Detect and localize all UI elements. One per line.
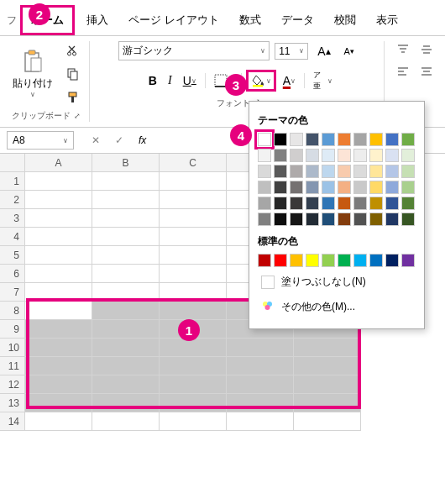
cell-A2[interactable]: [25, 191, 92, 209]
align-left-button[interactable]: [393, 63, 413, 80]
row-header-13[interactable]: 13: [0, 394, 25, 412]
cell-B4[interactable]: [92, 228, 160, 246]
cell-C4[interactable]: [160, 228, 227, 246]
swatch-shade-3-1[interactable]: [306, 165, 319, 178]
cell-C7[interactable]: [160, 283, 227, 302]
swatch-theme-4[interactable]: [322, 133, 335, 146]
swatch-standard-9[interactable]: [401, 254, 415, 267]
row-header-6[interactable]: 6: [0, 265, 25, 283]
decrease-font-button[interactable]: A▾: [340, 44, 359, 59]
cell-A8[interactable]: [25, 302, 92, 320]
swatch-theme-7[interactable]: [369, 133, 383, 146]
swatch-theme-6[interactable]: [353, 133, 367, 146]
swatch-shade-5-1[interactable]: [338, 165, 351, 178]
copy-button[interactable]: [62, 65, 84, 83]
swatch-shade-4-3[interactable]: [322, 197, 335, 210]
swatch-shade-8-0[interactable]: [385, 149, 399, 162]
enter-formula-icon[interactable]: ✓: [111, 132, 128, 149]
swatch-shade-5-4[interactable]: [338, 213, 351, 226]
swatch-shade-2-1[interactable]: [290, 165, 303, 178]
font-name-select[interactable]: 游ゴシック∨: [118, 41, 270, 60]
cancel-formula-icon[interactable]: ✕: [87, 132, 104, 149]
swatch-theme-8[interactable]: [385, 133, 399, 146]
tab-formulas[interactable]: 数式: [231, 8, 270, 33]
clipboard-launcher-icon[interactable]: ⤢: [74, 112, 81, 120]
increase-font-button[interactable]: A▴: [313, 42, 334, 60]
underline-button[interactable]: U ∨: [179, 71, 201, 90]
row-header-4[interactable]: 4: [0, 228, 25, 246]
row-header-2[interactable]: 2: [0, 191, 25, 209]
swatch-shade-3-2[interactable]: [306, 181, 319, 194]
more-colors-item[interactable]: その他の色(M)...: [258, 294, 416, 320]
cell-D12[interactable]: [227, 375, 294, 394]
cell-C6[interactable]: [160, 265, 227, 283]
tab-insert[interactable]: 挿入: [78, 8, 117, 33]
format-painter-button[interactable]: [62, 88, 84, 107]
swatch-shade-9-1[interactable]: [401, 165, 415, 178]
swatch-shade-5-0[interactable]: [338, 149, 351, 162]
swatch-shade-2-4[interactable]: [290, 213, 303, 226]
swatch-shade-6-4[interactable]: [353, 213, 367, 226]
tab-pagelayout[interactable]: ページ レイアウト: [120, 8, 228, 33]
cell-B1[interactable]: [92, 172, 160, 191]
swatch-standard-1[interactable]: [274, 254, 287, 267]
row-header-9[interactable]: 9: [0, 320, 25, 339]
swatch-shade-0-3[interactable]: [258, 197, 271, 210]
no-fill-item[interactable]: 塗りつぶしなし(N): [258, 270, 416, 294]
cell-D10[interactable]: [227, 339, 294, 357]
font-size-select[interactable]: 11∨: [275, 43, 308, 60]
cell-B12[interactable]: [92, 375, 160, 394]
tab-view[interactable]: 表示: [368, 8, 406, 33]
cell-D14[interactable]: [227, 412, 294, 431]
cell-B11[interactable]: [92, 357, 160, 375]
swatch-standard-4[interactable]: [322, 254, 335, 267]
swatch-shade-3-3[interactable]: [306, 197, 319, 210]
swatch-theme-0[interactable]: [258, 133, 271, 146]
swatch-shade-0-0[interactable]: [258, 149, 271, 162]
cell-A12[interactable]: [25, 375, 92, 394]
swatch-shade-7-4[interactable]: [369, 213, 383, 226]
tab-review[interactable]: 校閲: [326, 8, 364, 33]
swatch-shade-1-2[interactable]: [274, 181, 287, 194]
cell-B8[interactable]: [92, 302, 160, 320]
row-header-8[interactable]: 8: [0, 302, 25, 320]
swatch-shade-5-2[interactable]: [338, 181, 351, 194]
swatch-shade-1-4[interactable]: [274, 213, 287, 226]
cell-A5[interactable]: [25, 246, 92, 265]
cell-C12[interactable]: [160, 375, 227, 394]
select-all-corner[interactable]: [0, 154, 25, 172]
swatch-shade-0-4[interactable]: [258, 213, 271, 226]
row-header-5[interactable]: 5: [0, 246, 25, 265]
cell-C10[interactable]: [160, 339, 227, 357]
cell-E13[interactable]: [294, 394, 361, 412]
row-header-10[interactable]: 10: [0, 339, 25, 357]
swatch-shade-9-0[interactable]: [401, 149, 415, 162]
cell-C13[interactable]: [160, 394, 227, 412]
cell-C3[interactable]: [160, 209, 227, 228]
font-color-button[interactable]: A ∨: [279, 71, 300, 90]
swatch-shade-7-3[interactable]: [369, 197, 383, 210]
cell-B3[interactable]: [92, 209, 160, 228]
cell-A4[interactable]: [25, 228, 92, 246]
swatch-shade-4-2[interactable]: [322, 181, 335, 194]
bold-button[interactable]: B: [144, 71, 161, 90]
row-header-14[interactable]: 14: [0, 412, 25, 431]
swatch-shade-7-2[interactable]: [369, 181, 383, 194]
fill-color-button[interactable]: ∨: [246, 70, 276, 92]
swatch-theme-5[interactable]: [338, 133, 351, 146]
swatch-shade-9-2[interactable]: [401, 181, 415, 194]
cell-A13[interactable]: [25, 394, 92, 412]
swatch-shade-8-3[interactable]: [385, 197, 399, 210]
row-header-7[interactable]: 7: [0, 283, 25, 302]
swatch-shade-4-1[interactable]: [322, 165, 335, 178]
swatch-shade-1-0[interactable]: [274, 149, 287, 162]
align-middle-button[interactable]: [416, 41, 437, 58]
swatch-shade-9-4[interactable]: [401, 213, 415, 226]
swatch-shade-3-0[interactable]: [306, 149, 319, 162]
swatch-shade-2-3[interactable]: [290, 197, 303, 210]
swatch-standard-2[interactable]: [290, 254, 303, 267]
cell-E12[interactable]: [294, 375, 361, 394]
cell-C5[interactable]: [160, 246, 227, 265]
cell-A3[interactable]: [25, 209, 92, 228]
swatch-shade-9-3[interactable]: [401, 197, 415, 210]
